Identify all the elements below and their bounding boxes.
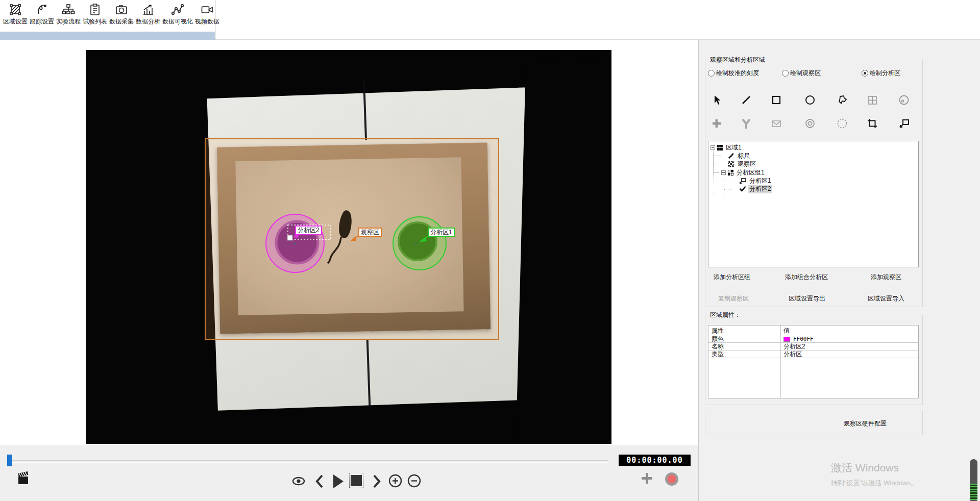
step-forward-button[interactable] — [372, 474, 382, 490]
analysis-region-1-shape[interactable] — [393, 217, 446, 270]
tool-cursor[interactable] — [710, 93, 723, 107]
watermark-line1: 激活 Windows — [831, 461, 917, 475]
tracking-settings-icon — [35, 3, 48, 16]
tool-grid[interactable] — [866, 93, 879, 107]
toolbar-item-data-acquisition[interactable]: 数据采集 — [108, 2, 135, 26]
export-region-settings-button[interactable]: 区域设置导出 — [789, 294, 825, 303]
tool-circle-with-dot[interactable] — [897, 93, 911, 107]
toolbar-item-region-settings[interactable]: 区域设置 — [2, 2, 29, 26]
toolbar-item-label: 跟踪设置 — [30, 17, 54, 26]
region-label-analysis2[interactable]: 分析区2 — [295, 226, 322, 235]
copy-observe-region-button[interactable]: 复制观察区 — [718, 294, 749, 303]
mouse-subject — [328, 210, 352, 263]
properties-table[interactable]: 属性 值 颜色 FF00FF 名称 分析区2 类型 分析区 — [708, 325, 919, 398]
collapse-icon[interactable] — [721, 170, 726, 175]
toolbar-item-label: 视频数据 — [195, 17, 219, 26]
tree-item-label: 区域1 — [725, 143, 743, 152]
timeline-thumb[interactable] — [7, 455, 12, 466]
add-analysis-group-button[interactable]: 添加分析区组 — [714, 273, 750, 282]
watermark-line2: 转到“设置”以激活 Windows。 — [831, 479, 917, 488]
regions-groupbox-title: 观察区域和分析区域 — [708, 56, 767, 64]
trial-list-icon — [88, 3, 102, 16]
toolbar-item-experiment-flow[interactable]: 实验流程 — [55, 2, 82, 26]
zoom-out-button[interactable] — [407, 474, 421, 489]
zoom-in-button[interactable] — [388, 474, 402, 489]
hardware-config-label: 观察区硬件配置 — [844, 419, 887, 428]
add-marker-button[interactable] — [640, 471, 654, 487]
radio-circle-icon — [782, 70, 789, 77]
toolbar-item-tracking-settings[interactable]: 跟踪设置 — [29, 2, 55, 26]
tool-concentric-circles[interactable] — [803, 117, 817, 130]
collapse-icon[interactable] — [710, 145, 715, 150]
radio-label: 绘制观察区 — [790, 69, 821, 78]
region-tree[interactable]: 区域1 标尺 观察区 分析区组1 分析区1 分析区2 — [708, 141, 919, 267]
tool-circle[interactable] — [803, 93, 817, 107]
region-label-analysis1[interactable]: 分析区1 — [428, 228, 455, 237]
tree-item-region1[interactable]: 区域1 — [710, 143, 743, 152]
tool-polygon[interactable] — [836, 93, 849, 107]
data-visualization-icon — [171, 3, 184, 16]
tool-rectangle[interactable] — [770, 93, 783, 107]
radio-draw-observe-region[interactable]: 绘制观察区 — [782, 69, 821, 78]
toolbar-item-label: 数据分析 — [136, 17, 160, 26]
main-toolbar: 区域设置 跟踪设置 实验流程 试验列表 数据采集 — [0, 0, 980, 40]
header-value: 值 — [780, 327, 790, 335]
property-value: 分析区 — [780, 350, 802, 359]
property-name: 类型 — [708, 350, 780, 359]
region-label-observe[interactable]: 观察区 — [358, 228, 382, 237]
play-button[interactable] — [332, 474, 344, 490]
record-button[interactable] — [665, 472, 679, 488]
toolbar-item-video-data[interactable]: 视频数据 — [194, 2, 220, 26]
color-swatch — [783, 337, 790, 342]
tree-item-label: 观察区 — [737, 160, 757, 168]
add-combined-analysis-button[interactable]: 添加组合分析区 — [785, 273, 828, 282]
tree-item-analysis2[interactable]: 分析区2 — [739, 185, 772, 193]
properties-header-row: 属性 值 — [708, 325, 918, 336]
toolbar-highlight-strip — [0, 32, 215, 40]
player-bar: 00:00:00.00 — [0, 445, 698, 501]
radio-draw-analysis-region[interactable]: 绘制分析区 — [862, 69, 900, 78]
tool-y-maze[interactable] — [740, 117, 753, 130]
region-settings-icon — [9, 3, 22, 16]
scrollbar-stripes-decoration — [970, 484, 977, 500]
add-observe-region-button[interactable]: 添加观察区 — [871, 273, 901, 282]
observe-region-icon — [728, 161, 734, 167]
header-attribute: 属性 — [708, 327, 780, 335]
tree-item-label: 标尺 — [737, 152, 751, 160]
data-acquisition-icon — [115, 3, 128, 16]
radio-label: 绘制校准的刻度 — [716, 69, 759, 78]
analysis-region-2-shape[interactable] — [266, 214, 324, 272]
toolbar-item-data-analysis[interactable]: 数据分析 — [135, 2, 161, 26]
color-hex: FF00FF — [793, 336, 814, 342]
tool-callout[interactable] — [897, 117, 911, 130]
video-viewport[interactable]: 分析区2 观察区 分析区1 — [86, 50, 611, 444]
import-region-settings-button[interactable]: 区域设置导入 — [868, 294, 904, 303]
tool-dotted-circle[interactable] — [836, 117, 849, 130]
timecode-display: 00:00:00.00 — [619, 455, 691, 466]
step-back-button[interactable] — [314, 474, 325, 490]
check-icon — [739, 186, 746, 192]
tree-item-analysis-group1[interactable]: 分析区组1 — [721, 168, 766, 177]
property-row-type[interactable]: 类型 分析区 — [708, 350, 918, 358]
toolbar-item-label: 区域设置 — [3, 17, 28, 26]
toolbar-item-label: 数据可视化 — [162, 17, 193, 26]
property-value: FF00FF — [780, 336, 814, 342]
timeline-slider[interactable] — [10, 460, 608, 463]
tree-item-observe-region[interactable]: 观察区 — [728, 160, 757, 168]
tool-line[interactable] — [740, 93, 753, 107]
stop-button[interactable] — [351, 475, 362, 486]
tree-item-ruler[interactable]: 标尺 — [728, 152, 751, 160]
windows-activation-watermark: 激活 Windows 转到“设置”以激活 Windows。 — [831, 461, 917, 488]
toolbar-item-trial-list[interactable]: 试验列表 — [82, 2, 108, 26]
analysis-group-icon — [728, 170, 733, 176]
tree-item-analysis1[interactable]: 分析区1 — [739, 177, 772, 185]
observe-region-hardware-config-button[interactable]: 观察区硬件配置 — [705, 411, 923, 435]
toolbar-item-data-visualization[interactable]: 数据可视化 — [161, 2, 194, 26]
radio-draw-calibration-scale[interactable]: 绘制校准的刻度 — [708, 69, 759, 78]
filmstrip-icon[interactable] — [17, 470, 30, 488]
tool-cross-region[interactable] — [710, 117, 723, 130]
tool-crop[interactable] — [866, 117, 879, 130]
tool-envelope-region[interactable] — [770, 117, 783, 130]
region-group-icon — [717, 145, 723, 151]
eye-button[interactable] — [292, 477, 305, 487]
